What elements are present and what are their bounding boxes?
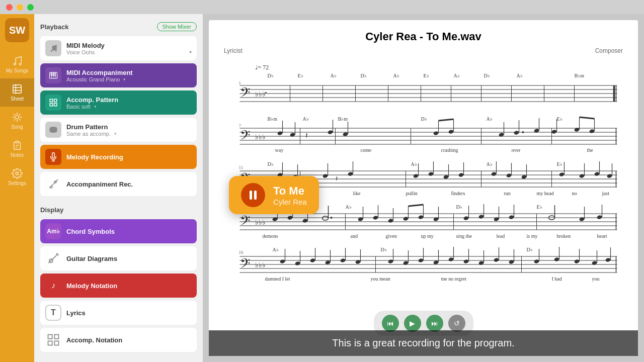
track-midi-melody[interactable]: MIDI Melody Voice Oohs ▾ bbox=[40, 36, 197, 60]
midi-melody-info: MIDI Melody Voice Oohs ▾ bbox=[66, 42, 192, 55]
sidebar-item-my-songs[interactable]: My Songs bbox=[0, 50, 34, 78]
svg-text:A♭: A♭ bbox=[346, 204, 352, 210]
svg-text:B♭m: B♭m bbox=[268, 116, 278, 122]
svg-point-269 bbox=[463, 259, 469, 263]
svg-point-248 bbox=[310, 258, 315, 262]
svg-point-159 bbox=[579, 173, 585, 178]
guitar-diagrams-icon bbox=[45, 250, 61, 266]
app-logo: SW bbox=[5, 18, 29, 42]
drum-icon bbox=[49, 125, 58, 134]
svg-text:damned I let: damned I let bbox=[265, 276, 290, 282]
svg-point-145 bbox=[428, 171, 434, 176]
track-midi-accompaniment[interactable]: MIDI Accompaniment Acoustic Grand Piano … bbox=[40, 63, 197, 87]
main-content-inner: Cyler Rea - To Me.wav Lyricist Composer … bbox=[209, 20, 638, 356]
svg-point-147 bbox=[443, 174, 449, 179]
svg-text:heart: heart bbox=[597, 233, 607, 239]
skip-fwd-button[interactable]: ⏭ bbox=[426, 315, 443, 332]
svg-point-4 bbox=[15, 115, 19, 119]
svg-text:D♭: D♭ bbox=[268, 161, 274, 167]
svg-point-133 bbox=[323, 173, 328, 178]
svg-text:run: run bbox=[504, 191, 511, 196]
mic-icon bbox=[49, 152, 58, 161]
svg-text:come: come bbox=[361, 147, 372, 153]
svg-point-277 bbox=[534, 259, 539, 263]
accomp-rec-name: Accompaniment Rec. bbox=[66, 180, 192, 188]
svg-rect-14 bbox=[53, 72, 54, 76]
display-guitar-diagrams[interactable]: Guitar Diagrams bbox=[40, 246, 197, 270]
svg-point-244 bbox=[280, 259, 285, 263]
sheet-meta: Lyricist Composer bbox=[224, 47, 623, 54]
grid-icon bbox=[49, 98, 58, 107]
sidebar-item-song[interactable]: Song bbox=[0, 107, 34, 135]
play-button[interactable]: ▶ bbox=[404, 315, 421, 332]
drum-pattern-icon bbox=[45, 122, 61, 138]
pause-button[interactable] bbox=[241, 183, 265, 207]
svg-rect-13 bbox=[51, 72, 52, 76]
midi-accomp-icon bbox=[45, 67, 61, 83]
svg-point-203 bbox=[403, 216, 409, 221]
svg-text:𝄢: 𝄢 bbox=[240, 85, 251, 103]
svg-text:demons: demons bbox=[263, 233, 278, 239]
svg-text:given: given bbox=[386, 233, 397, 239]
svg-text:16: 16 bbox=[239, 250, 244, 255]
svg-text:D♭: D♭ bbox=[421, 116, 427, 122]
svg-point-273 bbox=[494, 257, 499, 262]
midi-accomp-sub: Acoustic Grand Piano ▾ bbox=[66, 76, 192, 82]
midi-melody-sub: Voice Oohs ▾ bbox=[66, 49, 192, 55]
minimize-button[interactable] bbox=[17, 4, 23, 11]
svg-point-77 bbox=[277, 131, 283, 135]
composer-label: Composer bbox=[595, 47, 623, 54]
accomp-notation-icon bbox=[45, 332, 61, 348]
close-button[interactable] bbox=[6, 4, 13, 11]
svg-text:E♭: E♭ bbox=[557, 161, 562, 167]
svg-rect-29 bbox=[54, 335, 58, 339]
sidebar-item-settings[interactable]: Settings bbox=[0, 163, 34, 191]
svg-text:𝄽: 𝄽 bbox=[336, 176, 338, 181]
show-mixer-button[interactable]: Show Mixer bbox=[157, 22, 197, 31]
now-playing-info: To Me Cyler Rea bbox=[273, 185, 307, 206]
svg-text:A♭: A♭ bbox=[303, 116, 309, 122]
svg-point-279 bbox=[554, 257, 559, 261]
chord-symbols-icon: Am♭ bbox=[45, 223, 61, 239]
song-icon bbox=[12, 112, 23, 123]
svg-text:A♭: A♭ bbox=[487, 161, 493, 167]
svg-point-201 bbox=[388, 218, 393, 223]
svg-text:B♭m: B♭m bbox=[575, 73, 585, 78]
svg-text:E♭: E♭ bbox=[424, 73, 429, 78]
svg-point-84 bbox=[343, 132, 348, 136]
pause-icon bbox=[250, 191, 257, 200]
accomp-pattern-info: Accomp. Pattern Basic soft ▾ bbox=[66, 96, 192, 110]
svg-point-259 bbox=[388, 259, 393, 263]
melody-recording-info: Melody Recording bbox=[66, 153, 192, 161]
svg-text:𝄽: 𝄽 bbox=[305, 133, 308, 138]
skip-back-button[interactable]: ⏮ bbox=[382, 315, 399, 332]
midi-melody-icon bbox=[45, 40, 61, 56]
lyricist-label: Lyricist bbox=[224, 47, 243, 54]
svg-text:A♭: A♭ bbox=[487, 116, 493, 122]
display-lyrics[interactable]: T Lyrics bbox=[40, 301, 197, 325]
sidebar-item-notes[interactable]: Notes bbox=[0, 135, 34, 163]
track-accomp-rec[interactable]: Accompaniment Rec. bbox=[40, 172, 197, 196]
loop-button[interactable]: ↺ bbox=[448, 315, 465, 332]
display-accomp-notation[interactable]: Accomp. Notation bbox=[40, 328, 197, 352]
display-melody-notation[interactable]: ♪ Melody Notation bbox=[40, 274, 197, 298]
svg-point-222 bbox=[597, 215, 602, 219]
svg-text:A♭: A♭ bbox=[393, 73, 399, 78]
svg-rect-16 bbox=[50, 99, 52, 102]
track-drum-pattern[interactable]: Drum Pattern Same as accomp. ▾ bbox=[40, 118, 197, 142]
maximize-button[interactable] bbox=[27, 4, 34, 11]
sidebar-item-sheet[interactable]: Sheet bbox=[0, 78, 34, 107]
svg-point-212 bbox=[478, 214, 484, 219]
svg-point-194 bbox=[323, 216, 329, 220]
sheet-title: Cyler Rea - To Me.wav bbox=[224, 30, 623, 43]
melody-notation-icon: ♪ bbox=[45, 278, 61, 294]
svg-text:me no regret: me no regret bbox=[441, 276, 467, 282]
track-melody-recording[interactable]: Melody Recording bbox=[40, 145, 197, 169]
svg-text:D♭: D♭ bbox=[361, 73, 367, 78]
track-accomp-pattern[interactable]: Accomp. Pattern Basic soft ▾ bbox=[40, 90, 197, 115]
accomp-pattern-sub: Basic soft ▾ bbox=[66, 104, 192, 110]
accomp-grid-icon bbox=[46, 333, 60, 347]
svg-text:A♭: A♭ bbox=[411, 161, 417, 167]
display-chord-symbols[interactable]: Am♭ Chord Symbols bbox=[40, 219, 197, 243]
accomp-pattern-name: Accomp. Pattern bbox=[66, 96, 192, 104]
